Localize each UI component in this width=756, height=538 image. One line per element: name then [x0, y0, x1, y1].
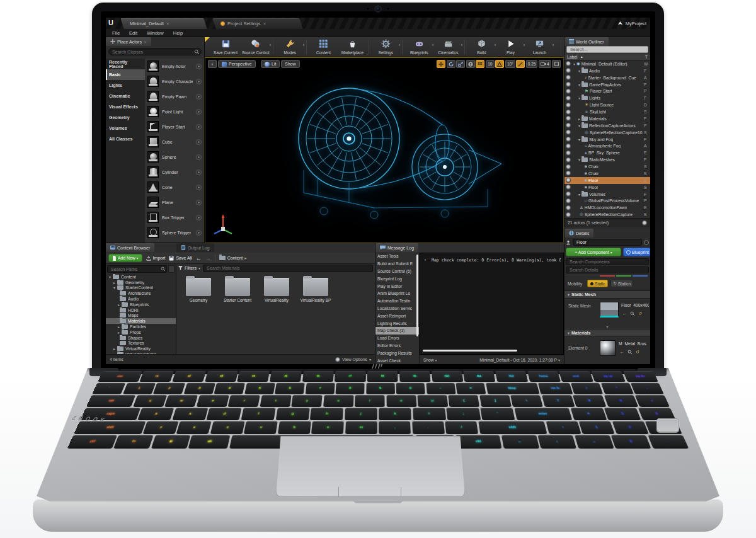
- tab-project-settings[interactable]: Project Settings ✕: [217, 18, 270, 29]
- asset-folder-virtualreality[interactable]: VirtualReality: [257, 274, 296, 302]
- log-category-asset-check[interactable]: Asset Check: [375, 357, 419, 364]
- category-recently-placed[interactable]: Recently Placed: [106, 59, 145, 69]
- expand-arrow-icon[interactable]: ▾: [578, 123, 580, 128]
- show-button[interactable]: Show: [281, 60, 300, 68]
- rotate-tool-button[interactable]: [447, 60, 455, 68]
- content-tree-particles[interactable]: ▸Particles: [106, 324, 176, 329]
- close-icon[interactable]: ✕: [166, 21, 169, 26]
- menu-item-help[interactable]: Help: [173, 30, 183, 36]
- blueprint-button[interactable]: Blueprint: [623, 248, 650, 256]
- horizontal-scrollbar[interactable]: [423, 350, 517, 352]
- show-dropdown[interactable]: Show ▾: [423, 358, 437, 362]
- output-log-tab[interactable]: Output Log: [176, 243, 214, 252]
- content-tree-blueprints[interactable]: ▸Blueprints: [106, 302, 176, 307]
- world-local-toggle[interactable]: [466, 60, 475, 68]
- category-volumes[interactable]: Volumes: [106, 123, 145, 134]
- toolbar-blueprints[interactable]: Blueprints▾: [404, 37, 433, 56]
- expand-arrow-icon[interactable]: ▾: [578, 96, 580, 100]
- rotation-snap-toggle[interactable]: [495, 60, 504, 68]
- visibility-eye-icon[interactable]: [566, 89, 571, 94]
- actor-item-cylinder[interactable]: Cylinder: [145, 164, 204, 180]
- actor-item-empty-pawn[interactable]: Empty Pawn: [145, 89, 204, 104]
- reset-icon[interactable]: ↺: [638, 311, 642, 318]
- visibility-eye-icon[interactable]: [566, 185, 571, 190]
- forward-icon[interactable]: →: [205, 255, 211, 261]
- sources-toggle-button[interactable]: [168, 265, 175, 273]
- browse-icon[interactable]: [627, 350, 633, 356]
- content-tree-virtualreality[interactable]: ▸VirtualReality: [106, 346, 176, 352]
- visibility-eye-icon[interactable]: [566, 103, 571, 108]
- content-tree-maps[interactable]: Maps: [106, 313, 176, 319]
- actor-name-input[interactable]: [573, 239, 642, 246]
- expand-arrow-icon[interactable]: ▸: [113, 346, 115, 351]
- category-visual-effects[interactable]: Visual Effects: [106, 101, 145, 112]
- actor-item-cone[interactable]: Cone: [145, 180, 204, 195]
- asset-folder-starter-content[interactable]: Starter Content: [218, 274, 257, 302]
- log-category-asset-tools[interactable]: Asset Tools: [375, 253, 419, 260]
- log-category-load-errors[interactable]: Load Errors: [375, 335, 419, 342]
- content-tree-shapes[interactable]: Shapes: [106, 335, 176, 341]
- place-actors-tab[interactable]: Place Actors ✕: [106, 37, 151, 46]
- log-category-build-and-submit-e[interactable]: Build and Submit E: [375, 260, 419, 268]
- toolbar-cinematics[interactable]: Cinematics▾: [433, 37, 462, 56]
- search-assets-input[interactable]: [203, 265, 373, 272]
- mobility-static-button[interactable]: Static: [587, 280, 608, 287]
- visibility-eye-icon[interactable]: [566, 61, 571, 66]
- static-mesh-value[interactable]: Floor_400x400: [621, 303, 649, 307]
- outliner-row-atmospheric-fog[interactable]: ≈Atmospheric FogA: [564, 143, 650, 150]
- grid-snap-value[interactable]: 10: [486, 60, 495, 68]
- outliner-column-header[interactable]: Label ▲ T: [564, 54, 650, 60]
- outliner-row-starter-background-cue[interactable]: ♪Starter_Background_CueA: [564, 74, 650, 81]
- visibility-eye-icon[interactable]: [566, 164, 571, 169]
- log-category-asset-reimport[interactable]: Asset Reimport: [375, 312, 419, 319]
- category-all-classes[interactable]: All Classes: [106, 134, 145, 144]
- toolbar-modes[interactable]: Modes▾: [275, 37, 304, 56]
- actor-item-point-light[interactable]: Point Light: [145, 104, 204, 119]
- material-thumbnail[interactable]: [600, 340, 616, 356]
- tab-minimal-default[interactable]: Minimal_Default ✕: [126, 18, 173, 29]
- log-category-automation-testin[interactable]: Automation Testin: [375, 297, 419, 305]
- save-all-button[interactable]: Save All: [169, 256, 192, 261]
- outliner-row-spherereflectioncapture10[interactable]: ◎SphereReflectionCapture10S: [564, 129, 650, 136]
- content-tree-hdri[interactable]: HDRI: [106, 307, 176, 313]
- log-category-anim-blueprint-lo[interactable]: Anim Blueprint Lo: [375, 290, 419, 297]
- content-tree-textures[interactable]: Textures: [106, 341, 176, 346]
- mobility-stationary-button[interactable]: ↻ Station: [610, 280, 633, 287]
- log-page-dropdown[interactable]: Minimal_Default - Oct 16, 2020, 1:27:08 …: [479, 358, 560, 362]
- content-tree-architecture[interactable]: Architecture: [106, 290, 176, 296]
- expand-arrow-icon[interactable]: ▾: [578, 69, 580, 73]
- add-component-button[interactable]: + Add Component ▾: [566, 248, 621, 256]
- scale-tool-button[interactable]: [456, 60, 465, 68]
- details-tab[interactable]: Details: [564, 229, 593, 238]
- visibility-eye-icon[interactable]: [566, 116, 571, 121]
- log-category-play-in-editor[interactable]: Play In Editor: [375, 282, 419, 290]
- outliner-row-gameplayactors[interactable]: ▾GamePlayActorsF: [564, 81, 650, 88]
- outliner-row-materials[interactable]: ▸MaterialsF: [564, 115, 650, 122]
- visibility-eye-icon[interactable]: [566, 130, 571, 135]
- content-tree-startercontent[interactable]: ▾StarterContent: [106, 285, 176, 291]
- outliner-row-player-start[interactable]: ⚑Player StartP: [564, 88, 650, 95]
- search-details-input[interactable]: [566, 266, 649, 273]
- expand-arrow-icon[interactable]: ▾: [113, 285, 115, 290]
- move-tool-button[interactable]: [437, 60, 445, 68]
- actor-item-sphere[interactable]: Sphere: [145, 149, 204, 164]
- menu-item-file[interactable]: File: [112, 30, 120, 36]
- outliner-row-audio[interactable]: ▾AudioF: [564, 67, 650, 74]
- close-icon[interactable]: ✕: [144, 40, 147, 44]
- content-tree-props[interactable]: ▸Props: [106, 329, 176, 335]
- outliner-row-volumes[interactable]: ▾VolumesF: [564, 191, 650, 198]
- materials-section-header[interactable]: ▾ Materials: [564, 329, 650, 337]
- filters-button[interactable]: Filters ▾: [178, 266, 200, 270]
- expand-arrow-icon[interactable]: ▾: [578, 192, 580, 197]
- actor-item-plane[interactable]: Plane: [145, 195, 204, 210]
- toolbar-content[interactable]: Content: [309, 37, 338, 56]
- scrollbar[interactable]: [416, 255, 418, 336]
- import-button[interactable]: Import: [146, 256, 166, 261]
- toolbar-build[interactable]: Build▾: [467, 37, 496, 56]
- outliner-row-skylight[interactable]: ☼SkyLightS: [564, 108, 650, 115]
- expand-arrow-icon[interactable]: ▸: [578, 117, 580, 121]
- visibility-eye-icon[interactable]: [566, 82, 571, 87]
- log-category-blueprint-log[interactable]: Blueprint Log: [375, 275, 419, 282]
- expand-arrow-icon[interactable]: ▸: [118, 330, 120, 335]
- category-lights[interactable]: Lights: [106, 80, 145, 91]
